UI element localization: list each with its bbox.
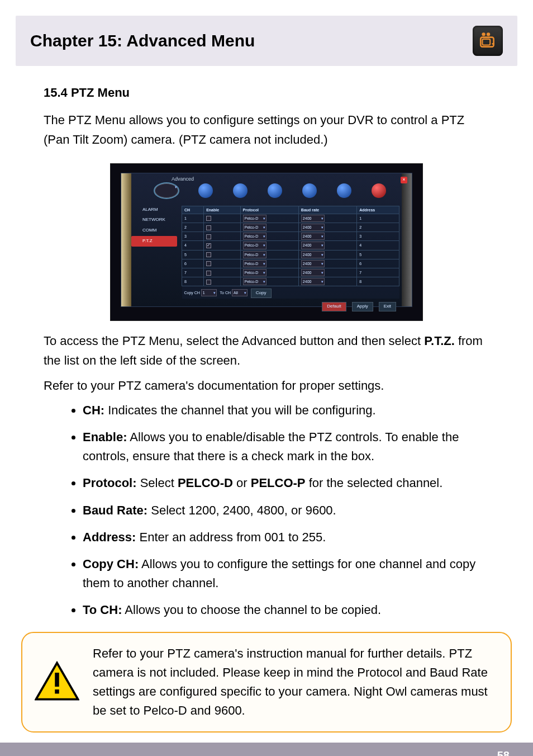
- to-ch-label: To CH: [220, 291, 231, 295]
- baud-select[interactable]: 2400: [301, 260, 325, 267]
- protocol-select[interactable]: Pelco-D: [243, 269, 266, 276]
- address-field[interactable]: 1: [357, 214, 399, 223]
- baud-select[interactable]: 2400: [301, 215, 325, 222]
- access-pre: To access the PTZ Menu, select the Advan…: [44, 334, 424, 348]
- list-item: Baud Rate: Select 1200, 2400, 4800, or 9…: [83, 501, 489, 520]
- sidebar-item-ptz[interactable]: P.T.Z: [131, 236, 177, 247]
- enable-checkbox[interactable]: [206, 280, 211, 285]
- baud-select[interactable]: 2400: [301, 224, 325, 231]
- sidebar-item-network[interactable]: NETWORK: [131, 215, 177, 225]
- enable-checkbox[interactable]: [206, 243, 211, 248]
- toolbar-icon-info[interactable]: [302, 183, 317, 198]
- toolbar-icon-settings[interactable]: [155, 183, 178, 198]
- protocol-select[interactable]: Pelco-D: [243, 224, 266, 231]
- access-paragraph: To access the PTZ Menu, select the Advan…: [44, 331, 489, 370]
- table-row: 6Pelco-D24006: [182, 259, 399, 268]
- address-field[interactable]: 3: [357, 232, 399, 241]
- protocol-select[interactable]: Pelco-D: [243, 260, 266, 267]
- enable-checkbox[interactable]: [206, 225, 211, 230]
- col-baudrate: Baud rate: [298, 206, 356, 214]
- address-field[interactable]: 8: [357, 277, 399, 286]
- enable-checkbox[interactable]: [206, 271, 211, 276]
- copy-button[interactable]: Copy: [251, 289, 272, 298]
- address-field[interactable]: 2: [357, 223, 399, 231]
- table-row: 5Pelco-D24005: [182, 250, 399, 259]
- item-text: Allows you to enable/disable the PTZ con…: [83, 430, 459, 463]
- access-bold: P.T.Z.: [424, 334, 455, 348]
- chapter-title: Chapter 15: Advanced Menu: [30, 31, 255, 50]
- item-key: Enable:: [83, 430, 127, 444]
- col-ch: CH: [182, 206, 204, 214]
- close-icon[interactable]: ×: [401, 177, 407, 183]
- sidebar-label: ALARM: [142, 206, 158, 214]
- item-text: Enter an address from 001 to 255.: [136, 530, 326, 544]
- list-item: Address: Enter an address from 001 to 25…: [83, 528, 489, 547]
- protocol-select[interactable]: Pelco-D: [243, 251, 266, 258]
- apply-button[interactable]: Apply: [352, 302, 373, 311]
- item-key: Protocol:: [83, 476, 137, 490]
- sidebar-item-alarm[interactable]: ALARM: [131, 205, 177, 215]
- toolbar-icon-search[interactable]: [233, 183, 248, 198]
- baud-select[interactable]: 2400: [301, 269, 325, 276]
- protocol-select[interactable]: Pelco-D: [243, 215, 266, 222]
- item-text: Allows you to configure the settings for…: [83, 557, 475, 590]
- side-menu: ALARMNETWORKCOMMP.T.Z: [131, 205, 177, 247]
- address-field[interactable]: 6: [357, 259, 399, 268]
- enable-checkbox[interactable]: [206, 261, 211, 266]
- chapter-header: Chapter 15: Advanced Menu: [16, 16, 517, 66]
- svg-rect-3: [482, 39, 490, 45]
- col-protocol: Protocol: [240, 206, 298, 214]
- col-address: Address: [357, 206, 399, 214]
- item-key: Address:: [83, 530, 136, 544]
- sidebar-item-comm[interactable]: COMM: [131, 225, 177, 236]
- svg-point-0: [482, 32, 485, 36]
- address-field[interactable]: 7: [357, 268, 399, 277]
- protocol-select[interactable]: Pelco-D: [243, 233, 266, 240]
- svg-point-4: [492, 43, 493, 45]
- table-row: 8Pelco-D24008: [182, 277, 399, 286]
- copy-ch-label: Copy CH: [184, 291, 200, 295]
- toolbar-icon-power[interactable]: [372, 183, 386, 198]
- baud-select[interactable]: 2400: [301, 278, 325, 285]
- item-text: Select 1200, 2400, 4800, or 9600.: [147, 503, 336, 517]
- enable-checkbox[interactable]: [206, 216, 211, 221]
- toolbar-icon-advanced[interactable]: [337, 183, 351, 198]
- protocol-select[interactable]: Pelco-D: [243, 242, 266, 249]
- list-item: Enable: Allows you to enable/disable the…: [83, 428, 489, 466]
- baud-select[interactable]: 2400: [301, 251, 325, 258]
- svg-rect-7: [55, 689, 59, 694]
- item-key: To CH:: [83, 603, 122, 617]
- exit-button[interactable]: Exit: [379, 302, 396, 311]
- to-ch-select[interactable]: All: [232, 289, 248, 296]
- warning-text: Refer to your PTZ camera's instruction m…: [93, 644, 498, 720]
- ptz-table: CHEnableProtocolBaud rateAddress1Pelco-D…: [182, 206, 399, 311]
- item-key: Copy CH:: [83, 557, 139, 571]
- toolbar-icon-cloud[interactable]: [268, 183, 282, 198]
- sidebar-icon: [135, 228, 140, 234]
- list-item: To CH: Allows you to choose the channel …: [83, 601, 489, 620]
- table-row: 3Pelco-D24003: [182, 232, 399, 241]
- list-item: CH: Indicates the channel that you will …: [83, 401, 489, 420]
- item-key: Baud Rate:: [83, 503, 147, 517]
- enable-checkbox[interactable]: [206, 234, 211, 239]
- toolbar-icon-gear[interactable]: [198, 183, 213, 198]
- baud-select[interactable]: 2400: [301, 242, 325, 249]
- sidebar-icon: [135, 207, 140, 212]
- address-field[interactable]: 4: [357, 241, 399, 250]
- protocol-select[interactable]: Pelco-D: [243, 278, 266, 285]
- address-field[interactable]: 5: [357, 250, 399, 259]
- copy-ch-select[interactable]: 1: [201, 289, 217, 296]
- sidebar-label: COMM: [142, 227, 156, 234]
- list-item: Protocol: Select PELCO-D or PELCO-P for …: [83, 474, 489, 493]
- item-text: Allows you to choose the channel to be c…: [122, 603, 381, 617]
- list-item: Copy CH: Allows you to configure the set…: [83, 555, 489, 593]
- table-row: 1Pelco-D24001: [182, 214, 399, 223]
- baud-select[interactable]: 2400: [301, 233, 325, 240]
- table-row: 2Pelco-D24002: [182, 223, 399, 231]
- enable-checkbox[interactable]: [206, 252, 211, 257]
- page-number: 58: [497, 749, 510, 756]
- item-key: CH:: [83, 403, 104, 417]
- default-button[interactable]: Default: [322, 302, 346, 311]
- sidebar-icon: [135, 218, 140, 223]
- col-enable: Enable: [204, 206, 240, 214]
